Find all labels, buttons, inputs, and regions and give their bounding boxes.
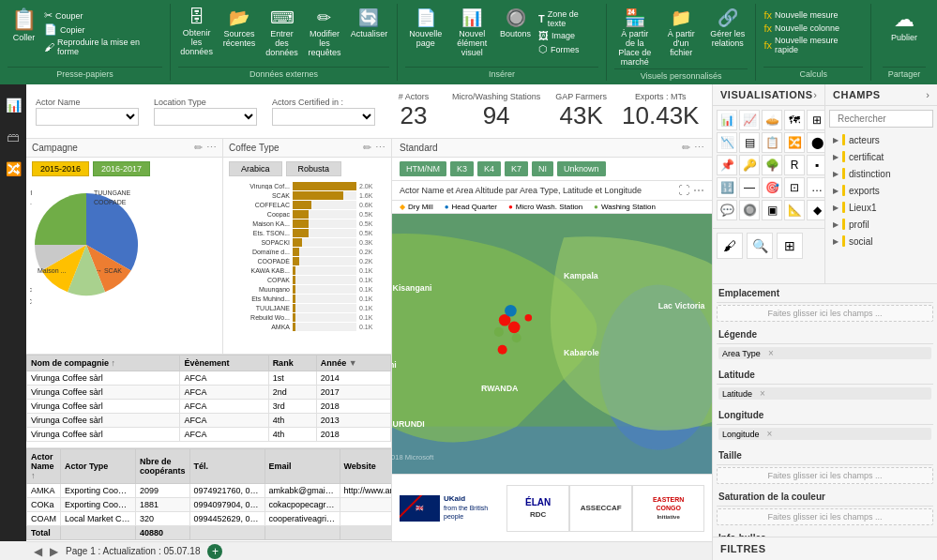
coller-button[interactable]: 📋 Coller [8, 6, 40, 44]
field-item-social[interactable]: ▶ social [825, 233, 937, 250]
map-icon[interactable]: 🗺 [784, 110, 805, 130]
campagne-2015-button[interactable]: 2015-2016 [32, 161, 89, 176]
viz-tool-paintbrush[interactable]: 🖌 [717, 233, 743, 259]
viz-tool-grid[interactable]: ⊞ [777, 233, 803, 259]
campagne-edit-icon[interactable]: ✏ [194, 142, 203, 154]
image-button[interactable]: 🖼 Image [538, 30, 598, 41]
nouvelle-colonne-button[interactable]: fx Nouvelle colonne [763, 23, 863, 34]
ruler-icon[interactable]: 📐 [784, 200, 805, 220]
props-section-title-Longitude: Longitude [717, 406, 933, 425]
campagne-more-icon[interactable]: ⋯ [206, 142, 217, 154]
nouvelle-mesure-rapide-button[interactable]: fx Nouvelle mesure rapide [763, 36, 863, 54]
decomp-icon[interactable]: ⊡ [784, 177, 805, 198]
std-Unknown-button[interactable]: Unknown [557, 161, 606, 176]
visualisations-expand-icon[interactable]: › [813, 89, 817, 100]
standard-edit-icon[interactable]: ✏ [682, 142, 690, 154]
field-item-Lieux1[interactable]: ▶ Lieux1 [825, 199, 937, 216]
shape-icon[interactable]: ▪ [807, 155, 825, 175]
nouvelle-mesure-button[interactable]: fx Nouvelle mesure [763, 9, 863, 21]
field-item-certificat[interactable]: ▶ certificat [825, 148, 937, 165]
treemap-icon[interactable]: 🌳 [762, 155, 782, 175]
bar-value: 0.1K [359, 286, 385, 293]
svg-text:Lac Victoria: Lac Victoria [658, 301, 705, 310]
card-icon[interactable]: 📋 [762, 132, 782, 153]
actualiser-button[interactable]: 🔄 Actualiser [349, 6, 390, 40]
pie-chart-icon[interactable]: 🥧 [762, 110, 782, 130]
std-NI-button[interactable]: NI [532, 161, 553, 176]
viz-tool-filter[interactable]: 🔍 [747, 233, 773, 259]
page-nav-prev[interactable]: ◀ [34, 545, 42, 558]
kpi-bar: Actor Name Location Type Actors Certifie… [26, 84, 712, 139]
number-icon[interactable]: 🔢 [717, 177, 737, 198]
sources-recentes-button[interactable]: 📂 Sources récentes [220, 6, 257, 50]
map-more-icon[interactable]: ⋯ [693, 184, 704, 197]
field-item-profil[interactable]: ▶ profil [825, 216, 937, 233]
couper-button[interactable]: ✂ Couper [44, 9, 162, 22]
bar-label: KAWA KAB... [229, 267, 290, 274]
page-nav-next[interactable]: ▶ [50, 545, 58, 558]
publier-button[interactable]: ☁ Publier [889, 6, 919, 67]
reproduire-button[interactable]: 🖌 Reproduire la mise en forme [44, 38, 162, 56]
boutons-button[interactable]: 🔘 Boutons [498, 6, 533, 40]
std-K4-button[interactable]: K4 [477, 161, 501, 176]
diamond-icon[interactable]: ◆ [807, 200, 825, 220]
area-chart-icon[interactable]: 📉 [717, 132, 737, 153]
bar-chart-icon[interactable]: 📊 [717, 110, 737, 130]
un-fichier-button[interactable]: 📁 À partir d'un fichier [660, 6, 702, 59]
bar-value: 0.5K [359, 220, 385, 227]
r-visual-icon[interactable]: R [784, 155, 805, 175]
svg-text:Els. TSON...: Els. TSON... [30, 199, 32, 205]
sidebar-icon-report[interactable]: 📊 [2, 94, 24, 116]
nouvelle-page-button[interactable]: 📄 Nouvelle page [405, 6, 446, 50]
props-remove-Longitude[interactable]: × [767, 429, 773, 439]
text-icon[interactable]: 💬 [717, 200, 737, 220]
radio-icon[interactable]: 🔘 [739, 200, 760, 220]
coffee-edit-icon[interactable]: ✏ [363, 142, 371, 154]
checkbox-icon[interactable]: ▣ [762, 200, 782, 220]
nouvel-element-button[interactable]: 📊 Nouvel élément visuel [452, 6, 492, 59]
gerer-relations-button[interactable]: 🔗 Gérer les relations [707, 6, 748, 50]
arabica-button[interactable]: Arabica [229, 161, 282, 176]
field-item-exports[interactable]: ▶ exports [825, 182, 937, 199]
entrer-donnees-button[interactable]: ⌨ Entrer des données [264, 6, 300, 59]
obtenir-données-button[interactable]: 🗄 Obtenir les données [178, 6, 215, 58]
std-K7-button[interactable]: K7 [505, 161, 528, 176]
line-chart-icon[interactable]: 📈 [739, 110, 760, 130]
place-marche-button[interactable]: 🏪 À partir de la Place de marché [614, 6, 656, 68]
table-icon[interactable]: ⊞ [807, 110, 825, 130]
std-K3-button[interactable]: K3 [450, 161, 474, 176]
standard-more-icon[interactable]: ⋯ [694, 142, 704, 154]
coffee-more-icon[interactable]: ⋯ [375, 142, 385, 154]
field-item-acteurs[interactable]: ▶ acteurs [825, 131, 937, 148]
actors-certified-select[interactable] [272, 108, 375, 126]
page-add-button[interactable]: + [207, 544, 222, 559]
std-HTM/NM-button[interactable]: HTM/NM [400, 161, 446, 176]
zone-texte-button[interactable]: T Zone de texte [538, 9, 598, 28]
funnel-icon[interactable]: 🔀 [784, 132, 805, 153]
field-item-distinction[interactable]: ▶ distinction [825, 165, 937, 182]
charts-area: Campagne ✏ ⋯ 2015-2016 2016-2017 [26, 139, 712, 541]
actor-name-select[interactable] [36, 108, 139, 126]
modifier-requetes-button[interactable]: ✏ Modifier les requêtes [306, 6, 342, 59]
champs-search-input[interactable] [829, 110, 933, 128]
copier-button[interactable]: 📄 Copier [44, 23, 162, 36]
sidebar-icon-data[interactable]: 🗃 [2, 126, 24, 148]
formes-button[interactable]: ⬡ Formes [538, 43, 598, 55]
robusta-button[interactable]: Robusta [286, 161, 342, 176]
props-section-Taille: TailleFaites glisser ici les champs ... [717, 446, 933, 484]
props-remove-Latitude[interactable]: × [760, 388, 765, 399]
target-icon[interactable]: 🎯 [762, 177, 782, 198]
field-expand-icon: ▶ [833, 220, 839, 229]
scatter-icon[interactable]: ⬤ [807, 132, 825, 153]
pin-icon[interactable]: 📌 [717, 155, 737, 175]
kpi-icon[interactable]: — [739, 177, 760, 198]
map-expand-icon[interactable]: ⛶ [678, 184, 689, 197]
sidebar-icon-model[interactable]: 🔀 [2, 158, 24, 180]
props-remove-Area Type[interactable]: × [768, 348, 774, 358]
champs-expand-icon[interactable]: › [926, 89, 929, 100]
more-icon[interactable]: … [807, 177, 825, 198]
gauge-icon[interactable]: 🔑 [739, 155, 760, 175]
campagne-2016-button[interactable]: 2016-2017 [93, 161, 150, 176]
matrix-icon[interactable]: ▤ [739, 132, 760, 153]
location-type-select[interactable] [154, 108, 257, 126]
